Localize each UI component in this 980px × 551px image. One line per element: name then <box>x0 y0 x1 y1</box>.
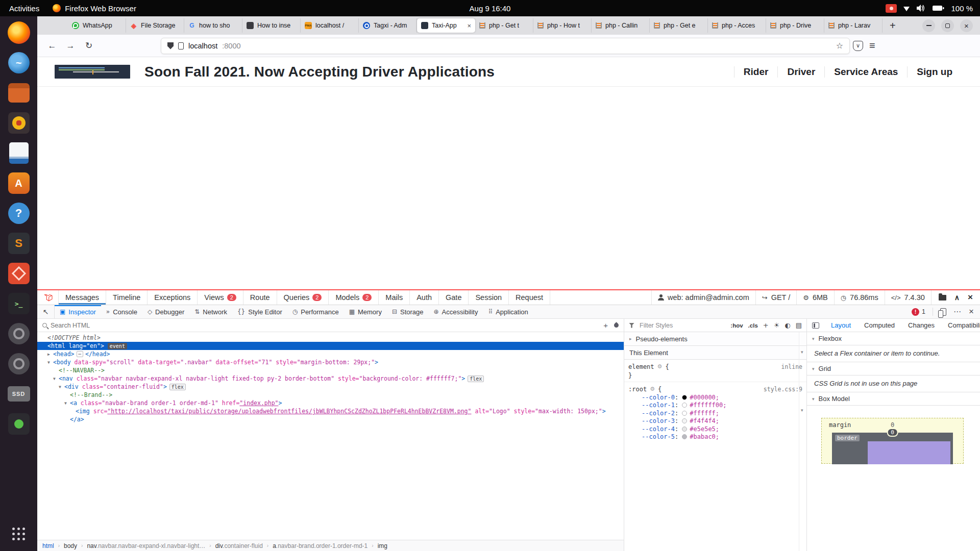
devtools-tab-storage[interactable]: ⊟Storage <box>387 305 429 318</box>
site-info-icon[interactable] <box>178 42 184 49</box>
debugbar-tab-gate[interactable]: Gate <box>439 290 469 305</box>
dock-item-software[interactable]: A <box>6 170 32 196</box>
clock[interactable]: Aug 9 16:40 <box>470 4 511 13</box>
grid-section-header[interactable]: ▾Grid <box>807 362 980 375</box>
stylesheet-source-link[interactable]: style.css:9 <box>764 386 802 393</box>
dock-item-ssd[interactable]: SSD <box>6 381 32 407</box>
browser-tab[interactable]: Tagxi - Adm <box>359 18 417 33</box>
dock-item-sublime[interactable]: S <box>6 230 32 257</box>
restore-button[interactable] <box>941 19 954 32</box>
focused-app-menu[interactable]: Firefox Web Browser <box>53 4 136 13</box>
breadcrumb-item[interactable]: html <box>42 542 54 549</box>
css-property[interactable]: --color-5:#babac0; <box>628 433 802 441</box>
dock-item-thunderbird[interactable]: ~ <box>6 49 32 76</box>
dock-item-music[interactable] <box>6 110 32 136</box>
filter-styles-input[interactable]: Filter Styles <box>640 322 725 329</box>
breadcrumb-item[interactable]: div.container-fluid <box>215 542 263 549</box>
markup-line[interactable]: ▶<head>⋯</head> <box>37 350 624 358</box>
light-theme-icon[interactable]: ☀ <box>774 321 780 329</box>
tab-close-icon[interactable]: × <box>467 22 471 30</box>
css-property[interactable]: --color-3:#f4f4f4; <box>628 417 802 425</box>
site-nav-link[interactable]: Sign up <box>907 66 962 78</box>
expander-icon[interactable]: ▶ <box>47 352 53 357</box>
site-nav-link[interactable]: Driver <box>777 66 824 78</box>
markup-line[interactable]: <img src="http://localhost/taxi/public/s… <box>37 407 624 415</box>
markup-line[interactable]: <!DOCTYPE html> <box>37 334 624 342</box>
css-property[interactable]: --color-2:#ffffff; <box>628 409 802 417</box>
add-rule-icon[interactable]: + <box>763 321 769 329</box>
flex-badge[interactable]: flex <box>468 375 484 382</box>
devtools-tab-performance[interactable]: ◷Performance <box>287 305 344 318</box>
css-property[interactable]: --color-4:#e5e5e5; <box>628 425 802 433</box>
debugbar-tab-mails[interactable]: Mails <box>379 290 410 305</box>
margin-top-value[interactable]: 0 <box>891 421 894 429</box>
minimize-button[interactable] <box>922 19 935 32</box>
browser-tab[interactable]: Taxi-App× <box>417 18 475 33</box>
sidebar-tab-compatibility[interactable]: Compatibility <box>941 321 980 329</box>
expander-icon[interactable]: ▼ <box>53 377 59 381</box>
color-swatch[interactable] <box>682 395 687 400</box>
close-debugbar-icon[interactable]: × <box>968 292 973 303</box>
browser-tab[interactable]: php - Larav <box>824 18 883 33</box>
print-media-icon[interactable]: ▤ <box>796 321 802 329</box>
app-menu-icon[interactable]: ≡ <box>866 40 878 52</box>
debugbar-tab-exceptions[interactable]: Exceptions <box>148 290 198 305</box>
box-model-margin[interactable]: margin 0 border 0 <box>821 418 964 464</box>
devtools-tab-debugger[interactable]: ◇Debugger <box>142 305 189 318</box>
browser-tab[interactable]: Ghow to sho <box>184 18 242 33</box>
browser-tab[interactable]: php - Drive <box>766 18 824 33</box>
expander-icon[interactable]: ▼ <box>64 401 70 406</box>
breadcrumb-item[interactable]: nav.navbar.navbar-expand-xl.navbar-light… <box>87 542 205 549</box>
css-property[interactable]: --color-0:#000000; <box>628 393 802 402</box>
devtools-tab-console[interactable]: »Console <box>101 305 142 318</box>
dock-item-help[interactable]: ? <box>6 200 32 227</box>
event-badge[interactable]: event <box>108 343 127 349</box>
debugbar-tab-request[interactable]: Request <box>509 290 550 305</box>
color-swatch[interactable] <box>682 434 687 439</box>
dark-theme-icon[interactable]: ◐ <box>785 321 790 329</box>
dock-item-green[interactable] <box>6 411 32 437</box>
new-tab-button[interactable]: + <box>883 20 903 32</box>
back-button[interactable]: ← <box>44 38 60 54</box>
debugbar-tab-messages[interactable]: Messages <box>58 290 106 305</box>
debugbar-tab-route[interactable]: Route <box>243 290 277 305</box>
pseudo-class-toggle[interactable]: :hov <box>730 322 743 329</box>
border-top-value[interactable]: 0 <box>887 428 898 437</box>
devtools-tab-network[interactable]: ⇅Network <box>189 305 232 318</box>
browser-tab[interactable]: WhatsApp <box>68 18 126 33</box>
site-nav-link[interactable]: Service Areas <box>824 66 907 78</box>
devtools-tab-inspector[interactable]: ▣Inspector <box>55 305 101 318</box>
debugbar-tab-auth[interactable]: Auth <box>410 290 439 305</box>
error-count-badge[interactable]: !1 <box>912 308 925 316</box>
breadcrumb-item[interactable]: a.navbar-brand.order-1.order-md-1 <box>273 542 368 549</box>
element-inline-rule[interactable]: element ⚙ { inline } <box>624 360 806 382</box>
browser-tab[interactable]: php - Get t <box>475 18 533 33</box>
activities-button[interactable]: Activities <box>9 4 39 13</box>
browser-tab[interactable]: PMAlocalhost / <box>301 18 359 33</box>
markup-line[interactable]: ▼<a class="navbar-brand order-1 order-md… <box>37 399 624 407</box>
show-applications-button[interactable] <box>6 520 32 547</box>
dock-item-writer[interactable] <box>6 140 32 166</box>
flex-badge[interactable]: flex <box>169 384 186 390</box>
sidebar-tab-changes[interactable]: Changes <box>901 321 941 329</box>
markup-line[interactable]: ▼<div class="container-fluid">flex <box>37 383 624 391</box>
markup-line[interactable]: ▼<nav class="navbar navbar-expand-xl nav… <box>37 374 624 383</box>
color-swatch[interactable] <box>682 411 687 416</box>
class-toggle[interactable]: .cls <box>748 322 758 329</box>
browser-tab[interactable]: php - Get e <box>650 18 708 33</box>
devtools-tab-style-editor[interactable]: {}Style Editor <box>232 305 287 318</box>
markup-line[interactable]: <html lang="en">event <box>37 342 624 350</box>
site-logo-image[interactable] <box>55 65 130 79</box>
laravel-icon[interactable] <box>37 290 58 305</box>
site-nav-link[interactable]: Rider <box>734 66 778 78</box>
reload-button[interactable]: ↻ <box>81 38 96 54</box>
pseudo-elements-section[interactable]: ▸ Pseudo-elements <box>624 332 806 346</box>
eyedropper-icon[interactable] <box>613 322 620 329</box>
markup-line[interactable]: </a> <box>37 415 624 423</box>
flexbox-section-header[interactable]: ▾Flexbox <box>807 332 980 345</box>
forward-button[interactable]: → <box>63 38 78 54</box>
debugbar-tab-views[interactable]: Views2 <box>198 290 243 305</box>
collapsed-ellipsis-button[interactable]: ⋯ <box>77 351 83 357</box>
breadcrumb-item[interactable]: body <box>64 542 77 549</box>
css-property[interactable]: --color-1:#ffffff00; <box>628 402 802 410</box>
